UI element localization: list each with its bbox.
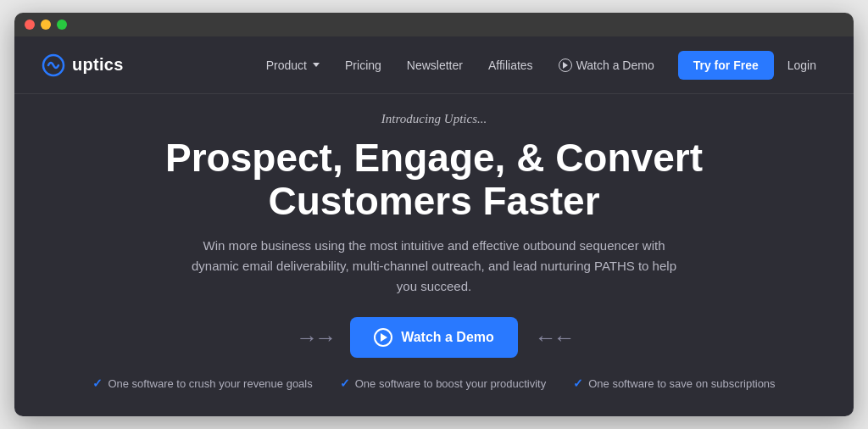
- introducing-text: Introducing Uptics...: [381, 112, 487, 126]
- nav-product[interactable]: Product: [256, 53, 330, 77]
- chevron-down-icon: [313, 63, 320, 67]
- arrow-left-icon: →→: [296, 325, 333, 351]
- logo-icon: [42, 53, 65, 77]
- feature-item-2: ✓ One software to boost your productivit…: [340, 376, 546, 390]
- logo[interactable]: uptics: [42, 53, 124, 77]
- maximize-button[interactable]: [57, 20, 67, 30]
- browser-window: uptics Product Pricing Newsletter Affili…: [14, 13, 854, 416]
- play-circle-icon: [374, 328, 392, 347]
- login-link[interactable]: Login: [777, 53, 826, 77]
- check-icon-2: ✓: [340, 376, 350, 390]
- title-bar: [14, 13, 854, 36]
- close-button[interactable]: [25, 20, 35, 30]
- nav-newsletter[interactable]: Newsletter: [397, 53, 473, 77]
- page-content: uptics Product Pricing Newsletter Affili…: [14, 36, 854, 416]
- minimize-button[interactable]: [41, 20, 51, 30]
- play-icon: [559, 58, 572, 72]
- nav-pricing[interactable]: Pricing: [335, 53, 392, 77]
- play-triangle-icon: [563, 62, 568, 69]
- hero-subtext: Win more business using the most intuiti…: [188, 236, 680, 297]
- arrow-right-icon: ←←: [535, 325, 572, 351]
- hero-headline: Prospect, Engage, & Convert Customers Fa…: [120, 136, 748, 222]
- hero-section: Introducing Uptics... Prospect, Engage, …: [14, 94, 854, 416]
- play-triangle-icon: [381, 333, 387, 342]
- cta-row: →→ Watch a Demo ←←: [296, 317, 572, 358]
- nav-watch-demo[interactable]: Watch a Demo: [548, 53, 665, 77]
- check-icon-3: ✓: [573, 376, 583, 390]
- feature-item-1: ✓ One software to crush your revenue goa…: [92, 376, 312, 390]
- watch-demo-button[interactable]: Watch a Demo: [350, 317, 518, 358]
- feature-item-3: ✓ One software to save on subscriptions: [573, 376, 775, 390]
- nav-links: Product Pricing Newsletter Affiliates Wa…: [256, 53, 665, 77]
- check-icon-1: ✓: [92, 376, 103, 390]
- try-for-free-button[interactable]: Try for Free: [678, 51, 774, 80]
- nav-affiliates[interactable]: Affiliates: [478, 53, 543, 77]
- logo-text: uptics: [72, 55, 124, 75]
- navbar: uptics Product Pricing Newsletter Affili…: [14, 36, 854, 94]
- features-row: ✓ One software to crush your revenue goa…: [92, 376, 775, 390]
